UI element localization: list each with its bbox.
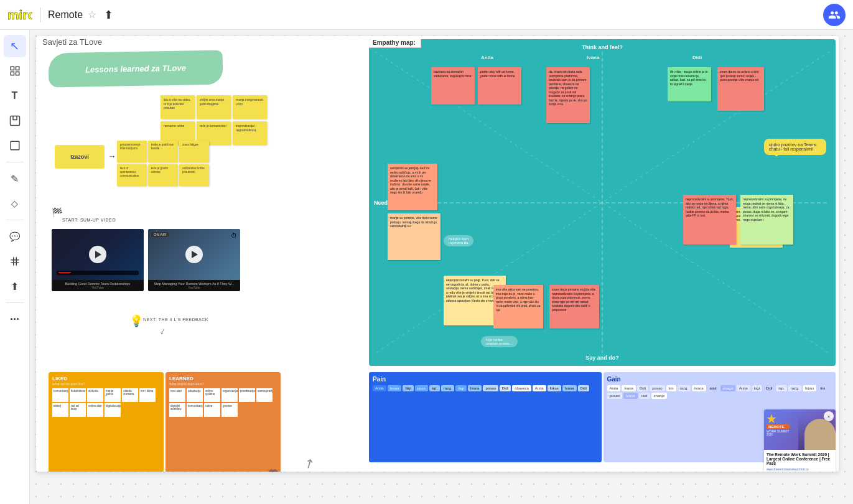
flag-label: START: SUM-UP VIDEO	[62, 218, 116, 222]
pain-box: Pain Anita Ivana blip pozo isp. razg. lo…	[369, 372, 602, 462]
svg-rect-5	[10, 116, 19, 126]
grid-tool[interactable]	[4, 250, 26, 273]
sticky-tool[interactable]	[4, 110, 26, 132]
select-tool[interactable]: ↖	[4, 35, 26, 57]
board[interactable]: Lessons learned za TLove što si više na …	[36, 36, 839, 472]
main-area: ↖ T ✎ ◇ 💬 ⬆ ··· Savjeti za TLove	[0, 30, 853, 504]
speech-bubble: ujutro pozdrev na Teams chatu - full res…	[764, 139, 826, 155]
izazovi-arrow: →	[108, 151, 116, 161]
miro-logo[interactable]: miro	[7, 7, 32, 22]
toolbar: ↖ T ✎ ◇ 💬 ⬆ ···	[0, 30, 30, 504]
svg-rect-2	[16, 67, 19, 70]
play-button-1[interactable]	[89, 246, 106, 263]
empathy-header: Empathy map:	[369, 39, 421, 48]
lessons-section: Lessons learned za TLove što si više na …	[42, 42, 366, 465]
cloud-1: nekako samuvjerena da	[444, 235, 473, 246]
favorite-icon[interactable]: ☆	[88, 9, 96, 21]
topbar-divider	[40, 7, 40, 22]
pain-stickies: Anita Ivana blip pozo isp. razg. logi Iv…	[373, 385, 598, 391]
share-icon[interactable]: ⬆	[104, 8, 113, 22]
learned-stickies: novi alati adaptacija online vještine or…	[169, 388, 277, 417]
board-name: Remote	[48, 9, 83, 21]
learned-grid: LEARNED What did the team learn? novi al…	[165, 372, 281, 472]
izazovi-badge: Izazovi	[55, 145, 105, 169]
breadcrumb: Savjeti za TLove	[42, 37, 102, 47]
flag-icon: 🏁	[52, 207, 62, 217]
gain-stickies: Anita Ivana Didi posao tim razg. Ivana a…	[607, 385, 832, 399]
video-label-1: Building Good Remote Team Relationships …	[52, 280, 144, 291]
svg-rect-4	[16, 72, 19, 75]
video-thumb-2[interactable]: ON AIR ⏱ Stop Managing Your Remote Worke…	[148, 229, 240, 291]
eraser-tool[interactable]: ◇	[4, 192, 26, 215]
play-button-2[interactable]	[185, 246, 203, 263]
video-label-2: Stop Managing Your Remote Workers As If …	[148, 280, 240, 291]
conf-text: The Remote Work Summit 2020 | Largest On…	[764, 450, 836, 472]
video-thumb-1[interactable]: Building Good Remote Team Relationships …	[52, 229, 144, 291]
ivana-label: Ivana	[587, 55, 599, 60]
liked-grid: LIKED What did the team like? komunikaci…	[49, 372, 164, 472]
lightbulb-icon: 💡	[129, 314, 143, 328]
svg-rect-1	[11, 67, 14, 70]
cloud-2: Nije neštostrasan protes...	[481, 336, 518, 347]
topbar: miro Remote ☆ ⬆	[0, 0, 853, 30]
down-arrow: ↓	[158, 325, 168, 337]
conference-card: ★ × REMOTE WORK SUMMIT 2020 The Remote W…	[764, 409, 836, 472]
think-feel-label: Think and feel?	[582, 44, 623, 50]
text-tool[interactable]: T	[4, 85, 26, 107]
next-label: NEXT: THE 4 L'S FEEDBACK	[143, 317, 208, 322]
comment-tool[interactable]: 💬	[4, 225, 26, 248]
more-tools[interactable]: ···	[4, 308, 26, 330]
upload-tool[interactable]: ⬆	[4, 275, 26, 297]
last-lessons-label: 🦁 LAST: LESSONS LEARNED + FEELINGS	[266, 469, 366, 472]
pen-tool[interactable]: ✎	[4, 167, 26, 190]
shapes-tool[interactable]	[4, 134, 26, 157]
empathy-map: Empathy map: Think and feel? Say and do?	[369, 39, 836, 366]
svg-rect-3	[11, 72, 14, 75]
liked-stickies: komunikacija fleksibilnost sloboda manje…	[52, 388, 160, 417]
svg-rect-6	[11, 141, 19, 150]
didi-label: Didi	[692, 55, 702, 60]
conf-image: ★ × REMOTE WORK SUMMIT 2020	[764, 409, 836, 450]
user-avatar[interactable]	[823, 4, 846, 26]
lessons-title: Lessons learned za TLove	[49, 50, 223, 88]
canvas-area[interactable]: Savjeti za TLove Lessons learned za TLov…	[30, 30, 853, 504]
svg-text:miro: miro	[7, 7, 32, 22]
say-do-label: Say and do?	[585, 355, 619, 361]
frames-tool[interactable]	[4, 60, 26, 82]
anita-label: Anita	[481, 55, 493, 60]
